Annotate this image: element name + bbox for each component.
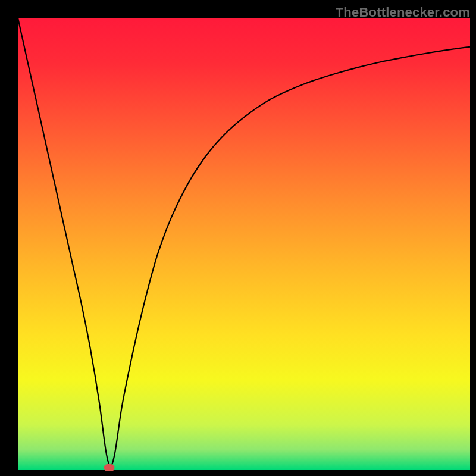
optimal-point-marker	[104, 464, 115, 471]
watermark-text: TheBottlenecker.com	[336, 5, 470, 20]
bottleneck-chart	[0, 0, 476, 476]
plot-background	[18, 18, 470, 470]
chart-frame: TheBottlenecker.com	[0, 0, 476, 476]
